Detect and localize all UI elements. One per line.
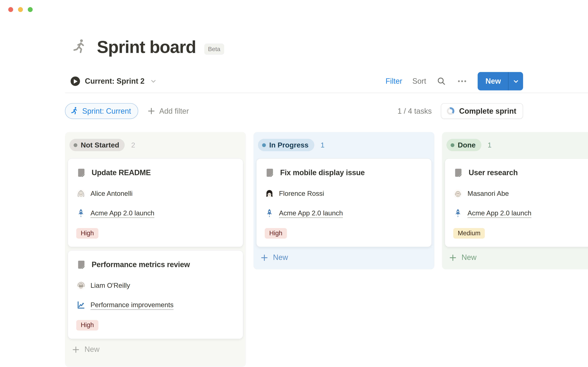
runner-icon <box>70 107 78 116</box>
view-toolbar: Current: Sprint 2 Filter Sort New <box>71 72 523 90</box>
new-card-label: New <box>85 345 100 354</box>
priority-badge: High <box>76 320 98 331</box>
project-link[interactable]: Acme App 2.0 launch <box>468 209 531 217</box>
card-list: Fix mobile display issue Florence Rossi … <box>256 159 432 247</box>
card-list: User research Masanori Abe Acme App 2.0 … <box>445 159 588 247</box>
card-title: User research <box>469 168 518 178</box>
status-pill-not-started[interactable]: Not Started <box>69 139 125 151</box>
card-list: Update README Alice Antonelli Acme App 2… <box>68 159 243 339</box>
view-actions: Filter Sort New <box>386 72 523 90</box>
status-label: Not Started <box>81 141 119 149</box>
complete-sprint-label: Complete sprint <box>459 107 516 115</box>
column-count: 1 <box>321 141 324 149</box>
column-header: Done 1 <box>446 139 588 151</box>
minimize-window-button[interactable] <box>18 7 23 12</box>
priority-badge: Medium <box>453 228 485 239</box>
priority-badge: High <box>265 228 287 239</box>
assignee-name: Alice Antonelli <box>91 190 133 198</box>
rocket-icon <box>76 208 85 218</box>
beta-badge: Beta <box>204 43 224 55</box>
plus-icon <box>72 346 80 353</box>
avatar <box>76 189 85 198</box>
avatar <box>76 281 85 290</box>
runner-icon <box>71 37 87 56</box>
avatar <box>453 189 463 198</box>
card-title: Performance metrics review <box>92 260 190 270</box>
plus-icon <box>449 254 457 261</box>
filter-button[interactable]: Filter <box>386 77 402 85</box>
project-link[interactable]: Performance improvements <box>91 301 173 309</box>
project-link[interactable]: Acme App 2.0 launch <box>279 209 343 217</box>
search-icon[interactable] <box>436 76 447 87</box>
task-card[interactable]: Performance metrics review Liam O'Reilly… <box>68 250 243 339</box>
close-window-button[interactable] <box>8 7 13 12</box>
rocket-icon <box>453 208 463 218</box>
page-header: Sprint board Beta <box>71 35 224 58</box>
column-header: In Progress 1 <box>258 139 432 151</box>
card-title: Update README <box>92 168 151 178</box>
new-card-label: New <box>461 253 477 262</box>
rocket-icon <box>265 208 274 218</box>
progress-ring-icon <box>447 107 454 115</box>
chevron-down-icon <box>150 78 157 84</box>
column-done: Done 1 User research <box>442 132 588 269</box>
task-card[interactable]: User research Masanori Abe Acme App 2.0 … <box>445 159 588 247</box>
column-count: 2 <box>131 141 135 149</box>
view-selector[interactable]: Current: Sprint 2 <box>71 76 156 86</box>
status-dot-icon <box>262 143 266 147</box>
column-not-started: Not Started 2 Update README <box>65 132 246 367</box>
kanban-board: Not Started 2 Update README <box>65 132 588 367</box>
screen: Sprint board Beta Current: Sprint 2 Filt… <box>0 0 588 367</box>
assignee-name: Masanori Abe <box>468 190 509 198</box>
plus-icon <box>261 254 268 261</box>
column-in-progress: In Progress 1 Fix mobile display issue <box>253 132 435 269</box>
new-button[interactable]: New <box>477 72 508 90</box>
task-card[interactable]: Update README Alice Antonelli Acme App 2… <box>68 159 243 247</box>
page-title[interactable]: Sprint board <box>97 38 196 56</box>
add-filter-button[interactable]: Add filter <box>148 107 189 115</box>
status-dot-icon <box>74 143 77 147</box>
tasks-summary: 1 / 4 tasks <box>398 107 432 115</box>
status-pill-in-progress[interactable]: In Progress <box>258 139 314 151</box>
new-card-button[interactable]: New <box>449 253 477 262</box>
project-link[interactable]: Acme App 2.0 launch <box>91 209 154 217</box>
view-selector-label: Current: Sprint 2 <box>85 77 145 85</box>
assignee-name: Liam O'Reilly <box>91 282 130 290</box>
new-button-group: New <box>477 72 523 90</box>
sprint-filter-pill[interactable]: Sprint: Current <box>65 103 138 119</box>
play-icon <box>71 76 80 86</box>
chart-increasing-icon <box>76 300 85 310</box>
status-dot-icon <box>451 143 454 147</box>
chevron-down-icon <box>513 78 519 84</box>
new-card-button[interactable]: New <box>72 345 100 354</box>
column-count: 1 <box>487 141 492 149</box>
ellipsis-icon[interactable] <box>457 76 468 87</box>
column-header: Not Started 2 <box>69 139 243 151</box>
page-icon <box>265 168 275 178</box>
sort-button[interactable]: Sort <box>412 77 426 85</box>
new-dropdown-button[interactable] <box>508 72 523 90</box>
new-card-label: New <box>273 253 288 262</box>
status-label: In Progress <box>269 141 308 149</box>
page-icon <box>76 168 86 178</box>
avatar <box>265 189 274 198</box>
card-title: Fix mobile display issue <box>280 168 365 178</box>
page-icon <box>76 260 86 270</box>
sprint-filter-label: Sprint: Current <box>82 107 131 115</box>
notion-window: Sprint board Beta Current: Sprint 2 Filt… <box>0 0 588 367</box>
zoom-window-button[interactable] <box>28 7 33 12</box>
page-icon <box>453 168 463 178</box>
complete-sprint-button[interactable]: Complete sprint <box>441 103 523 119</box>
task-card[interactable]: Fix mobile display issue Florence Rossi … <box>256 159 432 247</box>
new-card-button[interactable]: New <box>261 253 288 262</box>
status-label: Done <box>458 141 476 149</box>
priority-badge: High <box>76 228 98 239</box>
add-filter-label: Add filter <box>159 107 189 115</box>
toolbar-divider <box>65 93 588 93</box>
status-pill-done[interactable]: Done <box>446 139 481 151</box>
filter-bar: Sprint: Current Add filter 1 / 4 tasks C… <box>65 103 523 119</box>
window-controls <box>8 7 33 12</box>
assignee-name: Florence Rossi <box>279 190 324 198</box>
filter-bar-right: 1 / 4 tasks Complete sprint <box>398 103 523 119</box>
plus-icon <box>148 107 155 115</box>
